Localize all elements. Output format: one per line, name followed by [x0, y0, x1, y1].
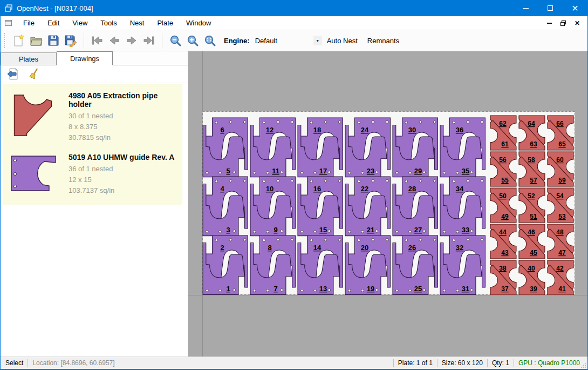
part-number: 65	[558, 140, 566, 148]
go-first-icon[interactable]	[88, 32, 106, 49]
app-window: OpenNest - [N0317-004] ✕ File Edit View …	[0, 0, 588, 370]
part-number: 17	[319, 167, 327, 175]
mdi-close-button[interactable]: ✕	[570, 17, 584, 29]
go-next-icon[interactable]	[123, 32, 140, 49]
nest-plate[interactable]: 6512111817242330293635431091615222128273…	[202, 111, 575, 295]
part-number: 7	[274, 285, 277, 293]
part-number: 1	[226, 285, 230, 293]
drawing-size: 8 x 8.375	[69, 122, 180, 132]
part-number: 50	[499, 192, 507, 200]
part-number: 12	[266, 126, 274, 134]
part-number: 48	[556, 228, 564, 236]
part-number: 11	[272, 167, 279, 175]
save-as-icon[interactable]	[62, 32, 79, 49]
part-number: 59	[558, 177, 566, 184]
minimize-button[interactable]	[513, 0, 538, 16]
new-document-icon[interactable]	[10, 32, 28, 49]
part-number: 3	[226, 226, 230, 234]
menu-tools[interactable]: Tools	[94, 17, 123, 29]
part-number: 40	[528, 265, 535, 272]
part-number: 62	[499, 120, 507, 127]
part-number: 55	[501, 177, 509, 184]
menu-bar: File Edit View Tools Nest Plate Window ✕	[1, 16, 587, 30]
open-folder-icon[interactable]	[28, 32, 45, 49]
zoom-fit-icon[interactable]	[201, 32, 218, 49]
drawing-nested-count: 36 of 1 nested	[69, 164, 174, 174]
part-number: 9	[274, 226, 277, 234]
part-number: 52	[528, 192, 535, 200]
menu-view[interactable]: View	[66, 17, 94, 29]
go-last-icon[interactable]	[140, 32, 158, 49]
part-number: 13	[319, 285, 327, 293]
part-number: 57	[530, 177, 537, 184]
zoom-out-icon[interactable]	[167, 32, 184, 49]
part-shape-purple	[11, 156, 56, 191]
title-bar: OpenNest - [N0317-004] ✕	[1, 0, 587, 16]
drawing-thumbnail-purple	[8, 152, 66, 196]
part-number: 21	[367, 226, 374, 234]
part-number: 23	[367, 167, 374, 175]
plate-count: Plate: 1 of 1	[398, 359, 433, 367]
main-area: Plates Drawings	[1, 51, 587, 356]
part-number: 51	[530, 213, 537, 220]
nest-canvas[interactable]: 6512111817242330293635431091615222128273…	[188, 51, 587, 356]
part-number: 66	[556, 120, 564, 127]
part-number: 22	[361, 185, 368, 193]
part-number: 6	[220, 126, 224, 134]
mdi-restore-button[interactable]	[556, 17, 570, 29]
list-item[interactable]: 4980 A05 Extraction pipe holder 30 of 1 …	[3, 87, 182, 149]
menu-nest[interactable]: Nest	[124, 17, 151, 29]
close-button[interactable]: ✕	[563, 0, 587, 16]
engine-value: Default	[253, 37, 313, 45]
chevron-down-icon[interactable]: ▼	[313, 36, 322, 45]
auto-nest-button[interactable]: Auto Nest	[322, 33, 363, 48]
part-number: 35	[462, 167, 469, 175]
window-title: OpenNest - [N0317-004]	[17, 4, 93, 12]
status-bar: Select Location: [84.8696, 60.6957] Plat…	[1, 356, 587, 369]
part-number: 8	[268, 244, 271, 252]
drawing-area: 30.7815 sq/in	[69, 132, 180, 143]
list-item[interactable]: 5019 A10 UHMW guide Rev. A 36 of 1 neste…	[3, 149, 182, 201]
part-number: 53	[558, 213, 566, 220]
mdi-minimize-button[interactable]	[542, 17, 556, 29]
import-drawing-icon[interactable]	[5, 66, 21, 82]
drawing-title: 5019 A10 UHMW guide Rev. A	[69, 152, 174, 164]
menu-plate[interactable]: Plate	[151, 17, 180, 29]
maximize-button[interactable]	[538, 0, 563, 16]
menu-edit[interactable]: Edit	[41, 17, 66, 29]
document-icon[interactable]	[1, 19, 17, 28]
part-number: 29	[414, 167, 422, 175]
plate-qty: Qty: 1	[492, 359, 509, 367]
toolbar-grip[interactable]	[4, 33, 8, 48]
zoom-in-icon[interactable]	[184, 32, 201, 49]
part-number: 26	[408, 244, 416, 252]
tab-drawings[interactable]: Drawings	[57, 51, 113, 65]
resize-grip[interactable]	[580, 357, 587, 369]
part-number: 39	[530, 285, 537, 293]
part-number: 41	[558, 285, 566, 293]
engine-combobox[interactable]: Default ▼	[253, 35, 322, 46]
part-number: 16	[313, 185, 321, 193]
plate-size: Size: 60 x 120	[442, 359, 483, 367]
menu-file[interactable]: File	[17, 17, 41, 29]
gpu-indicator: GPU : Quadro P1000	[518, 359, 580, 367]
menu-window[interactable]: Window	[180, 17, 217, 29]
toolbar: Engine: Default ▼ Auto Nest Remnants	[1, 30, 587, 51]
broom-icon[interactable]	[27, 66, 43, 82]
part-number: 46	[528, 228, 535, 236]
tab-plates[interactable]: Plates	[1, 52, 57, 65]
plate-guide-line-horizontal	[188, 295, 587, 295]
part-number: 56	[499, 156, 507, 164]
remnants-button[interactable]: Remnants	[363, 33, 404, 48]
save-icon[interactable]	[45, 32, 62, 49]
drawing-area: 103.7137 sq/in	[69, 185, 174, 196]
part-number: 34	[456, 185, 464, 193]
engine-label: Engine:	[224, 37, 250, 45]
go-previous-icon[interactable]	[106, 32, 123, 49]
part-number: 27	[414, 226, 422, 234]
part-number: 36	[456, 126, 463, 134]
part-number: 28	[408, 185, 416, 193]
part-number: 61	[501, 140, 509, 148]
part-shape-red	[15, 95, 52, 136]
part-number: 37	[501, 285, 509, 293]
